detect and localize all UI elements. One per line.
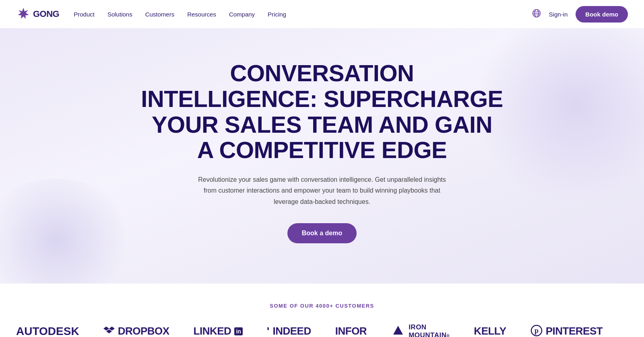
customers-label: SOME OF OUR 4000+ CUSTOMERS — [16, 303, 628, 309]
svg-marker-6 — [109, 327, 115, 331]
svg-text:p: p — [535, 327, 539, 335]
pinterest-circle-icon: p — [530, 325, 543, 337]
nav-company[interactable]: Company — [229, 11, 255, 18]
kelly-logo-text: Kelly — [474, 325, 506, 337]
list-item: Kelly — [474, 325, 506, 337]
list-item: IRON MOUNTAIN® — [391, 323, 450, 337]
linkedin-logo-text: Linked — [194, 325, 231, 337]
logo[interactable]: GONG — [16, 7, 59, 21]
nav-customers[interactable]: Customers — [145, 11, 175, 18]
customers-logos: AUTODESK Dropbox Linked in ' indeed — [16, 323, 628, 337]
pinterest-logo-text: Pinterest — [546, 325, 603, 337]
nav-resources[interactable]: Resources — [187, 11, 216, 18]
hero-title: CONVERSATION INTELLIGENCE: SUPERCHARGE Y… — [141, 60, 503, 163]
linkedin-badge: in — [234, 327, 242, 335]
infor-logo-text: infor — [335, 325, 367, 337]
nav-pricing[interactable]: Pricing — [268, 11, 286, 18]
hero-subtitle: Revolutionize your sales game with conve… — [197, 174, 447, 207]
sign-in-link[interactable]: Sign-in — [549, 11, 568, 18]
nav-right: Sign-in Book demo — [532, 6, 628, 23]
svg-marker-10 — [393, 326, 403, 335]
customers-section: SOME OF OUR 4000+ CUSTOMERS AUTODESK Dro… — [0, 284, 644, 337]
nav-solutions[interactable]: Solutions — [107, 11, 132, 18]
book-demo-button[interactable]: Book demo — [576, 6, 628, 23]
iron-mountain-icon — [391, 323, 405, 337]
indeed-apostrophe: ' — [267, 325, 270, 337]
indeed-logo-text: indeed — [273, 325, 311, 337]
hero-cta-button[interactable]: Book a demo — [287, 223, 357, 243]
dropbox-logo-text: Dropbox — [118, 325, 169, 337]
nav-product[interactable]: Product — [74, 11, 95, 18]
autodesk-logo: AUTODESK — [16, 325, 79, 337]
logo-text: GONG — [33, 9, 59, 19]
list-item: infor — [335, 325, 367, 337]
list-item: ' indeed — [267, 325, 311, 337]
list-item: AUTODESK — [16, 325, 79, 337]
navbar: GONG Product Solutions Customers Resourc… — [0, 0, 644, 28]
list-item: Linked in — [194, 325, 243, 337]
nav-links: Product Solutions Customers Resources Co… — [74, 11, 532, 18]
dropbox-icon — [103, 325, 115, 337]
iron-mountain-text: IRON MOUNTAIN® — [409, 323, 450, 337]
list-item: p Pinterest — [530, 325, 603, 337]
list-item: sno — [627, 325, 628, 337]
globe-icon[interactable] — [532, 9, 541, 20]
list-item: Dropbox — [103, 325, 169, 337]
hero-section: CONVERSATION INTELLIGENCE: SUPERCHARGE Y… — [0, 28, 644, 284]
snowflake-icon — [627, 325, 628, 337]
svg-marker-5 — [103, 327, 109, 331]
